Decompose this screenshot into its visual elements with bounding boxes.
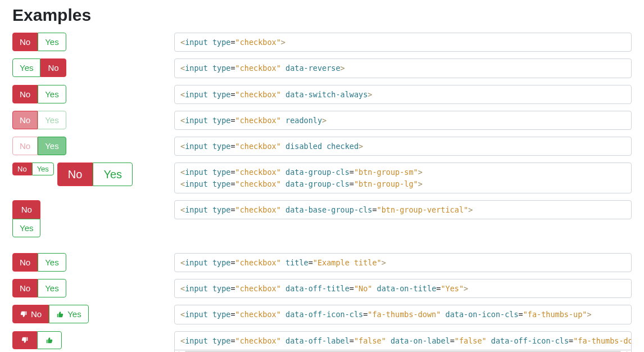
code-block: <input type="checkbox" data-base-group-c…: [174, 200, 632, 219]
toggle-off-button[interactable]: No: [57, 163, 93, 186]
code-block: <input type="checkbox" disabled checked>: [174, 137, 632, 156]
toggle-off-button[interactable]: No: [12, 253, 38, 272]
toggle-off-button[interactable]: No: [12, 163, 32, 175]
code-block: <input type="checkbox" data-off-title="N…: [174, 279, 632, 298]
code-block[interactable]: <input type="checkbox" data-off-label="f…: [174, 331, 632, 350]
toggle-on-button[interactable]: Yes: [38, 85, 66, 103]
toggle-reverse: Yes No: [12, 58, 66, 77]
toggle-on-button[interactable]: Yes: [38, 279, 66, 297]
toggle-on-button[interactable]: Yes: [93, 163, 133, 186]
toggle-readonly: No Yes: [12, 111, 66, 129]
toggle-on-button[interactable]: [37, 331, 62, 349]
toggle-off-button[interactable]: No: [12, 279, 38, 297]
toggle-switch-always: No Yes: [12, 85, 66, 103]
code-block: <input type="checkbox">: [174, 33, 632, 52]
toggle-disabled: No Yes: [12, 137, 66, 155]
code-block: <input type="checkbox" readonly>: [174, 111, 632, 130]
toggle-basic: No Yes: [12, 33, 66, 51]
toggle-title: No Yes: [12, 253, 66, 272]
toggle-off-button[interactable]: No: [12, 200, 40, 219]
toggle-off-label: No: [31, 310, 42, 318]
toggle-vertical: No Yes: [12, 200, 40, 237]
toggle-off-button[interactable]: No: [12, 85, 38, 103]
toggle-on-button[interactable]: Yes: [12, 58, 40, 77]
toggle-icons-only: [12, 331, 62, 349]
toggle-on-label: Yes: [67, 310, 81, 318]
toggle-off-button[interactable]: No: [12, 33, 38, 51]
toggle-off-button[interactable]: [12, 331, 37, 349]
page-title: Examples: [12, 6, 632, 25]
thumbs-up-icon: [46, 336, 53, 344]
toggle-on-button[interactable]: Yes: [12, 219, 40, 237]
toggle-on-button: Yes: [38, 137, 66, 155]
toggle-sm: No Yes: [12, 163, 54, 175]
toggle-off-button: No: [12, 111, 38, 129]
thumbs-up-icon: [56, 310, 64, 318]
toggle-off-button: No: [12, 137, 38, 155]
code-block: <input type="checkbox" title="Example ti…: [174, 253, 632, 272]
thumbs-down-icon: [21, 336, 29, 344]
toggle-on-button[interactable]: Yes: [38, 33, 66, 51]
toggle-off-button[interactable]: No: [40, 58, 66, 77]
toggle-offon-title: No Yes: [12, 279, 66, 297]
toggle-on-button[interactable]: Yes: [38, 253, 66, 272]
code-block: <input type="checkbox" data-switch-alway…: [174, 85, 632, 104]
toggle-icons: No Yes: [12, 305, 89, 323]
code-block: <input type="checkbox" data-off-icon-cls…: [174, 305, 632, 324]
code-block: <input type="checkbox" data-reverse>: [174, 58, 632, 78]
toggle-on-button: Yes: [38, 111, 66, 129]
toggle-on-button[interactable]: Yes: [32, 163, 54, 175]
toggle-off-button[interactable]: No: [12, 305, 49, 323]
toggle-on-button[interactable]: Yes: [49, 305, 88, 323]
toggle-lg: No Yes: [57, 163, 133, 186]
thumbs-down-icon: [20, 310, 28, 318]
code-block: <input type="checkbox" data-group-cls="b…: [174, 163, 632, 193]
